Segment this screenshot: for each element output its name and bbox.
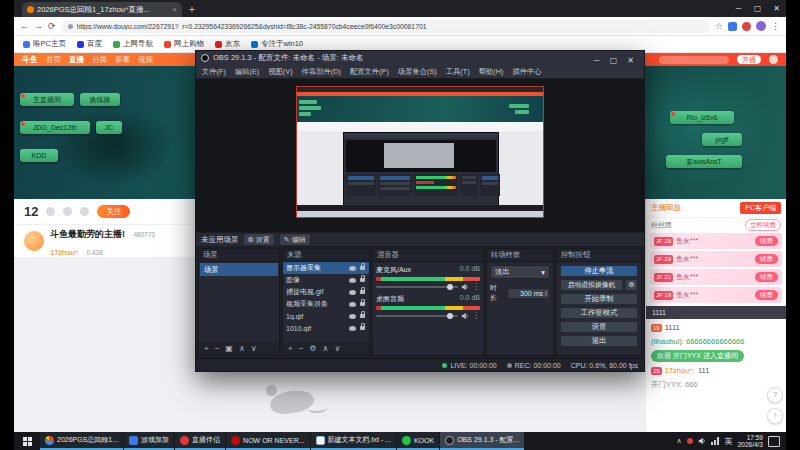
nav-esports[interactable]: 赛事 [115,55,130,65]
visibility-eye-icon[interactable] [349,302,356,307]
user-avatar[interactable] [769,55,778,64]
menu-profile[interactable]: 配置文件(P) [350,67,389,77]
menu-scene-collection[interactable]: 场景集合(S) [398,67,437,77]
room-pill[interactable]: 换线路 [80,93,120,106]
channel-options-icon[interactable]: ⋮ [472,312,480,320]
browser-profile-avatar[interactable] [756,21,766,31]
header-search-input[interactable] [659,56,729,64]
reload-icon[interactable]: ⟳ [48,21,56,31]
fan-renew-button[interactable]: 续费 [755,272,778,282]
source-item[interactable]: 1q.gif [283,310,369,322]
remove-source-icon[interactable]: − [299,344,304,353]
fan-renew-button[interactable]: 续费 [755,254,778,264]
window-maximize-icon[interactable]: ▢ [748,4,767,13]
menu-file[interactable]: 文件(F) [202,67,226,77]
source-item[interactable]: 捕捉电视.gif [283,286,369,298]
add-scene-icon[interactable]: + [204,344,209,353]
chat-username[interactable]: 17zhou^: [665,365,695,376]
bookmark-item[interactable]: 京东 [215,39,240,49]
streamer-name[interactable]: 17zhou^ [50,248,78,257]
start-recording-button[interactable]: 开始录制 [560,293,638,305]
room-pill[interactable]: pigff [702,133,742,146]
taskbar-item-kook[interactable]: KOOK [397,432,439,450]
scene-edit-button[interactable]: ✎编辑 [279,233,311,246]
ime-indicator[interactable]: 英 [725,436,733,447]
scene-settings-button[interactable]: ⚙设置 [243,233,275,246]
follow-button[interactable]: 关注 [97,205,130,218]
visibility-eye-icon[interactable] [349,290,356,295]
share-icon[interactable] [63,207,72,216]
lock-icon[interactable] [360,326,365,330]
spin-down-icon[interactable]: ▾ [545,293,547,296]
source-item[interactable]: 图像 [283,274,369,286]
taskbar-item-obs[interactable]: OBS 29.1.3 - 配置... [440,432,524,450]
chat-message-list[interactable]: 19 1111 (lihaobui): 66666666666666 欢迎 开门… [646,319,786,432]
nav-categories[interactable]: 分类 [92,55,107,65]
tray-expand-icon[interactable]: ∧ [677,437,682,445]
menu-help[interactable]: 帮助(H) [479,67,504,77]
bookmark-item[interactable]: 上网导航 [113,39,153,49]
taskbar-item-browser[interactable]: 2026PGS总回顾1... [40,432,123,450]
virtual-camera-settings-icon[interactable]: ⚙ [625,279,638,291]
volume-slider[interactable] [376,286,458,288]
mixer-dock-title[interactable]: 混音器 [373,249,483,262]
obs-preview-canvas[interactable] [196,79,644,232]
replay-link[interactable]: 主播回放 [651,203,681,213]
lock-icon[interactable] [360,278,365,282]
start-button[interactable] [14,432,40,450]
bookmark-item[interactable]: 专注于win10 [251,39,303,49]
window-minimize-icon[interactable]: ─ [729,4,748,13]
renew-button[interactable]: 立即续费 [745,219,781,231]
fan-renew-button[interactable]: 续费 [755,236,778,246]
streamer-avatar[interactable] [24,231,44,251]
fan-row[interactable]: JF 29 鱼友*** 续费 [650,251,782,267]
menu-docks[interactable]: 停靠部件(D) [302,67,341,77]
fan-row[interactable]: JF 29 鱼友*** 续费 [650,233,782,249]
browser-tab-active[interactable]: 2026PGS总回顾1_17zhou^直播... × [22,2,182,17]
back-to-top-button[interactable]: ↑ [767,408,783,424]
duration-spinner[interactable]: 300 ms ▴▾ [507,288,550,299]
lock-icon[interactable] [360,302,365,306]
obs-minimize-icon[interactable]: ─ [588,56,605,65]
tray-speaker-icon[interactable] [698,437,706,445]
speaker-icon[interactable] [461,283,469,291]
add-source-icon[interactable]: + [288,344,293,353]
fan-row[interactable]: JF 21 鱼友*** 续费 [650,269,782,285]
obs-close-icon[interactable]: ✕ [622,56,639,65]
forward-icon[interactable]: → [34,21,43,31]
taskbar-item-music[interactable]: NOW OR NEVER... [226,432,309,450]
transition-select[interactable]: 淡出 ▾ [490,265,550,279]
move-scene-up-icon[interactable]: ∧ [239,344,245,353]
studio-mode-button[interactable]: 工作室模式 [560,307,638,319]
window-close-icon[interactable]: ✕ [767,4,786,13]
address-bar[interactable]: https://www.douyu.com/2267291?_r=0.23295… [61,20,710,33]
settings-button[interactable]: 设置 [560,321,638,333]
nav-video[interactable]: 视频 [138,55,153,65]
menu-tools[interactable]: 工具(T) [446,67,470,77]
scene-item-selected[interactable]: 场景 [200,263,278,276]
sources-dock-title[interactable]: 来源 [283,249,369,262]
new-tab-button[interactable]: + [189,4,195,15]
menu-edit[interactable]: 编辑(E) [235,67,259,77]
remove-scene-icon[interactable]: − [215,344,220,353]
room-pill[interactable]: Rio_iz6v6 [670,111,734,124]
scenes-dock-title[interactable]: 场景 [199,249,279,262]
taskbar-item-gamepp[interactable]: 游戏加加 [124,432,174,450]
source-item[interactable]: 显示器采集 [283,262,369,274]
transitions-dock-title[interactable]: 转场特效 [487,249,553,262]
gift-icon[interactable] [46,207,55,216]
menu-plugin-center[interactable]: 插件中心 [512,67,541,77]
tab-close-icon[interactable]: × [172,5,177,14]
extension-red-icon[interactable] [742,22,751,31]
browser-menu-icon[interactable]: ⋮ [771,21,780,31]
stop-streaming-button[interactable]: 停止串流 [560,265,638,277]
move-source-down-icon[interactable]: ∨ [334,344,340,353]
scene-filters-icon[interactable]: ▣ [225,344,233,353]
bookmark-item[interactable]: 网上购物 [164,39,204,49]
fan-row[interactable]: JF 19 鱼友*** 续费 [650,287,782,303]
tray-network-icon[interactable] [711,437,720,445]
channel-options-icon[interactable]: ⋮ [472,283,480,291]
visibility-eye-icon[interactable] [349,314,356,319]
visibility-eye-icon[interactable] [349,266,356,271]
visibility-eye-icon[interactable] [349,326,356,331]
